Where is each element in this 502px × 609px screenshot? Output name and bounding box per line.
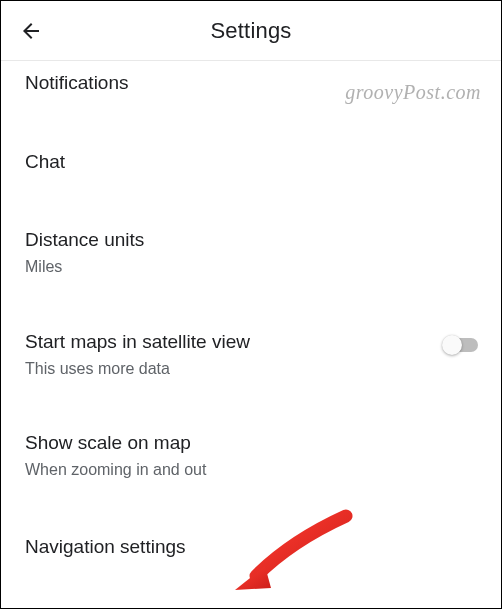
item-title: Chat <box>25 150 477 175</box>
item-subtitle: When zooming in and out <box>25 460 477 481</box>
satellite-toggle[interactable] <box>443 336 479 354</box>
item-title: Navigation settings <box>25 535 477 560</box>
item-title: Start maps in satellite view <box>25 330 477 355</box>
item-title: Notifications <box>25 71 477 96</box>
item-title: Distance units <box>25 228 477 253</box>
header: Settings <box>1 1 501 61</box>
page-title: Settings <box>1 18 501 44</box>
item-subtitle: Miles <box>25 257 477 278</box>
item-notifications[interactable]: Notifications <box>1 61 501 134</box>
settings-list: Notifications Chat Distance units Miles … <box>1 61 501 594</box>
toggle-thumb <box>442 335 462 355</box>
item-title: Show scale on map <box>25 431 477 456</box>
item-show-scale[interactable]: Show scale on map When zooming in and ou… <box>1 415 501 516</box>
item-distance-units[interactable]: Distance units Miles <box>1 212 501 313</box>
arrow-back-icon <box>19 19 43 43</box>
item-navigation-settings[interactable]: Navigation settings <box>1 517 501 594</box>
item-subtitle: This uses more data <box>25 359 477 380</box>
item-satellite-view[interactable]: Start maps in satellite view This uses m… <box>1 314 501 415</box>
item-chat[interactable]: Chat <box>1 134 501 213</box>
back-button[interactable] <box>19 19 43 43</box>
